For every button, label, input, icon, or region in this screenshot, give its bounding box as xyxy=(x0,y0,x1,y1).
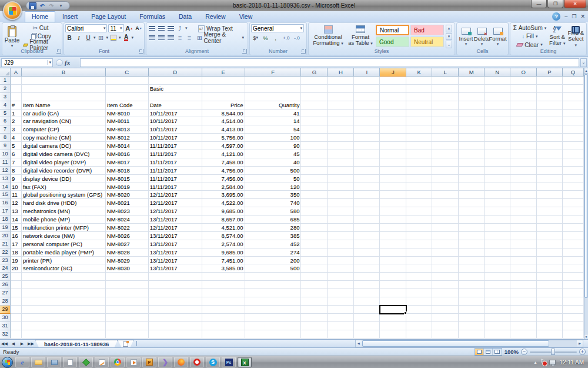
taskbar-app-office-app[interactable]: P xyxy=(142,357,156,367)
cell-C22[interactable]: NM-8028 xyxy=(106,248,149,257)
cell-J10[interactable] xyxy=(380,150,406,158)
cell-K10[interactable] xyxy=(406,150,432,158)
cell-H13[interactable] xyxy=(328,175,354,183)
cell-M14[interactable] xyxy=(459,183,485,191)
cell-L6[interactable] xyxy=(432,117,459,125)
cell-F30[interactable] xyxy=(245,314,302,322)
cell-M20[interactable] xyxy=(459,232,485,240)
shrink-font-icon[interactable] xyxy=(135,24,143,32)
cell-E20[interactable]: 8,574.00 xyxy=(202,232,245,240)
cell-N15[interactable] xyxy=(485,191,510,199)
column-header-K[interactable]: K xyxy=(406,68,432,77)
cell-M3[interactable] xyxy=(459,93,485,101)
cell-A3[interactable] xyxy=(11,93,22,101)
row-header-8[interactable]: 8 xyxy=(0,134,11,142)
cell-M22[interactable] xyxy=(459,248,485,257)
cell-H18[interactable] xyxy=(328,216,354,224)
cell-N23[interactable] xyxy=(485,257,510,265)
cell-M13[interactable] xyxy=(459,175,485,183)
increase-decimal-icon[interactable]: +.0 xyxy=(281,34,291,42)
cell-K3[interactable] xyxy=(406,93,432,101)
column-header-P[interactable]: P xyxy=(537,68,563,77)
cell-F13[interactable]: 50 xyxy=(245,175,302,183)
cell-C29[interactable] xyxy=(106,306,149,314)
cell-B16[interactable]: hard disk drive (HDD) xyxy=(22,199,106,207)
cell-Q12[interactable] xyxy=(563,167,584,175)
format-as-table-button[interactable]: Format as Table ▾ xyxy=(346,24,375,49)
cell-I22[interactable] xyxy=(354,248,380,257)
column-header-D[interactable]: D xyxy=(149,68,202,77)
cell-L17[interactable] xyxy=(432,207,459,216)
cell-K5[interactable] xyxy=(406,110,432,118)
cell-D20[interactable]: 13/11/2017 xyxy=(149,232,202,240)
tab-page-layout[interactable]: Page Layout xyxy=(85,12,132,22)
formula-input[interactable] xyxy=(80,58,579,67)
cell-B20[interactable]: network device (NW) xyxy=(22,232,106,240)
cell-A6[interactable]: 2 xyxy=(11,117,22,125)
increase-indent-icon[interactable] xyxy=(185,34,193,42)
row-header-21[interactable]: 21 xyxy=(0,240,11,248)
taskbar-app-chrome[interactable] xyxy=(111,357,125,367)
cell-A30[interactable] xyxy=(11,314,22,322)
column-header-F[interactable]: F xyxy=(245,68,302,77)
cell-A13[interactable]: 9 xyxy=(11,175,22,183)
cell-D25[interactable] xyxy=(149,273,202,281)
cell-C26[interactable] xyxy=(106,281,149,289)
cell-M29[interactable] xyxy=(459,306,485,314)
cell-K28[interactable] xyxy=(406,297,432,306)
column-header-M[interactable]: M xyxy=(459,68,485,77)
style-good[interactable]: Good xyxy=(376,37,409,47)
cell-G19[interactable] xyxy=(301,224,328,232)
clipboard-dialog-launcher-icon[interactable] xyxy=(56,49,61,54)
cell-B21[interactable]: personal computer (PC) xyxy=(22,240,106,248)
cell-I12[interactable] xyxy=(354,167,380,175)
cell-N19[interactable] xyxy=(485,224,510,232)
cell-M12[interactable] xyxy=(459,167,485,175)
style-bad[interactable]: Bad xyxy=(410,25,444,35)
cell-K27[interactable] xyxy=(406,289,432,297)
minimize-button[interactable] xyxy=(531,0,547,8)
cell-H9[interactable] xyxy=(328,142,354,150)
cell-C31[interactable] xyxy=(106,322,149,330)
cell-G24[interactable] xyxy=(301,264,328,273)
cell-O18[interactable] xyxy=(510,216,537,224)
cell-J2[interactable] xyxy=(380,85,406,93)
cell-G31[interactable] xyxy=(301,322,328,330)
select-all-corner[interactable] xyxy=(0,68,11,77)
cell-O4[interactable] xyxy=(510,101,537,110)
cell-J24[interactable] xyxy=(380,264,406,273)
cell-A2[interactable] xyxy=(11,85,22,93)
cell-G28[interactable] xyxy=(301,297,328,306)
workbook-restore-icon[interactable] xyxy=(572,12,576,21)
cell-J19[interactable] xyxy=(380,224,406,232)
cell-N27[interactable] xyxy=(485,289,510,297)
cell-D32[interactable] xyxy=(149,330,202,339)
taskbar-app-excel[interactable]: X xyxy=(238,357,252,367)
cell-P10[interactable] xyxy=(537,150,563,158)
tab-home[interactable]: Home xyxy=(25,11,55,22)
cell-Q23[interactable] xyxy=(563,257,584,265)
cell-E32[interactable] xyxy=(202,330,245,339)
column-header-E[interactable]: E xyxy=(202,68,245,77)
cell-G11[interactable] xyxy=(301,158,328,167)
start-button[interactable] xyxy=(2,357,13,368)
cell-B24[interactable]: semiconductor (SC) xyxy=(22,264,106,273)
cell-N16[interactable] xyxy=(485,199,510,207)
cell-A5[interactable]: 1 xyxy=(11,110,22,118)
cell-H32[interactable] xyxy=(328,330,354,339)
cell-O17[interactable] xyxy=(510,207,537,216)
cell-M11[interactable] xyxy=(459,158,485,167)
cell-Q11[interactable] xyxy=(563,158,584,167)
delete-cells-button[interactable]: Delete▾ xyxy=(474,24,490,49)
cell-G16[interactable] xyxy=(301,199,328,207)
last-sheet-icon[interactable]: ▶▶ xyxy=(26,340,35,347)
cell-B5[interactable]: car audio (CA) xyxy=(22,110,106,118)
cell-P5[interactable] xyxy=(537,110,563,118)
cell-I24[interactable] xyxy=(354,264,380,273)
cell-H29[interactable] xyxy=(328,306,354,314)
cell-M8[interactable] xyxy=(459,134,485,142)
cell-C6[interactable]: NM-8011 xyxy=(106,117,149,125)
cell-P9[interactable] xyxy=(537,142,563,150)
cell-J30[interactable] xyxy=(380,314,406,322)
cell-L9[interactable] xyxy=(432,142,459,150)
